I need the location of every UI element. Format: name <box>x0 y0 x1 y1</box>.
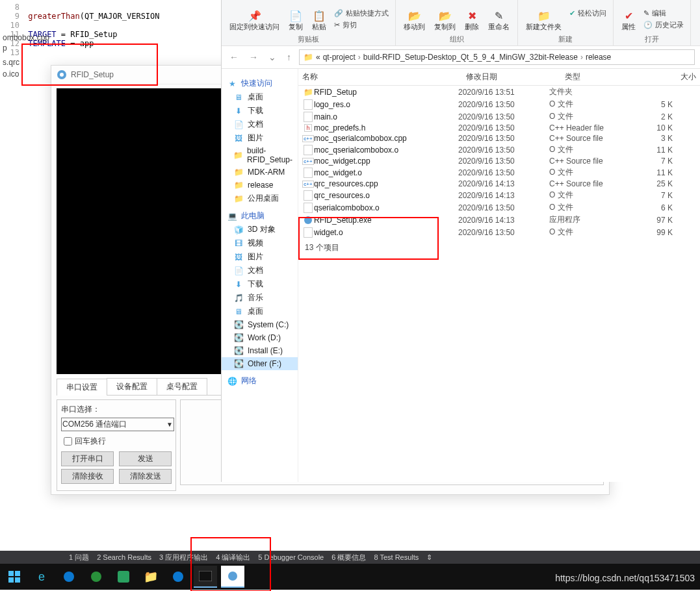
sidebar-file[interactable]: p <box>0 43 52 53</box>
paste-shortcut-button[interactable]: 🔗粘贴快捷方式 <box>331 8 391 19</box>
nav-forward-button[interactable]: → <box>246 52 261 62</box>
explorer-file-list[interactable]: 名称 修改日期 类型 大小 📁RFID_Setup2020/9/16 13:51… <box>298 69 700 482</box>
rename-button[interactable]: ✎重命名 <box>484 8 513 33</box>
port-select[interactable]: COM256 通信端口 ▼ <box>61 418 174 431</box>
nav-item[interactable]: 💽Work (D:) <box>222 331 298 344</box>
nav-item[interactable]: ⬇下载 <box>222 104 298 118</box>
output-tab[interactable]: 5 Debugger Console <box>258 553 324 561</box>
file-row[interactable]: c++moc_widget.cpp2020/9/16 13:50C++ Sour… <box>298 156 700 166</box>
properties-button[interactable]: ✔属性 <box>617 8 640 33</box>
edge-icon-2[interactable] <box>166 566 190 587</box>
breadcrumb[interactable]: 📁 « qt-project› build-RFID_Setup-Desktop… <box>299 49 695 65</box>
file-row[interactable]: qserialcombobox.o2020/9/16 13:50O 文件6 K <box>298 201 700 214</box>
file-row[interactable]: widget.o2020/9/16 13:50O 文件99 K <box>298 226 700 238</box>
output-tab[interactable]: 6 概要信息 <box>331 553 366 562</box>
sidebar-file[interactable]: s.qrc <box>0 57 52 68</box>
crlf-checkbox-input[interactable] <box>64 437 72 446</box>
svg-point-7 <box>64 572 74 582</box>
file-list-header[interactable]: 名称 修改日期 类型 大小 <box>298 69 700 86</box>
folder-icon: 📁 <box>304 53 313 62</box>
🖥-icon: 🖥 <box>233 307 244 317</box>
file-icon <box>302 203 314 213</box>
app-icon-1[interactable] <box>112 566 135 587</box>
cmd-taskbar-icon[interactable] <box>194 566 217 588</box>
output-toggle-icon[interactable]: ⇕ <box>426 553 432 562</box>
nav-item[interactable]: 💽System (C:) <box>222 318 298 331</box>
nav-item[interactable]: 📄文档 <box>222 118 298 131</box>
open-port-button[interactable]: 打开串口 <box>61 451 114 466</box>
start-button[interactable] <box>3 566 26 587</box>
explorer-taskbar-icon[interactable]: 📁 <box>139 566 162 587</box>
file-row[interactable]: logo_res.o2020/9/16 13:50O 文件5 K <box>298 98 700 110</box>
nav-item[interactable]: 🖼图片 <box>222 250 298 264</box>
nav-item[interactable]: 🎵音乐 <box>222 291 298 305</box>
nav-item[interactable]: 🖼图片 <box>222 131 298 145</box>
rename-icon: ✎ <box>493 9 506 22</box>
copy-to-button[interactable]: 📂复制到 <box>430 8 460 33</box>
output-tab[interactable]: 3 应用程序输出 <box>159 553 208 562</box>
output-tab[interactable]: 4 编译输出 <box>216 553 250 562</box>
nav-item[interactable]: ⬇下载 <box>222 277 298 291</box>
nav-back-button[interactable]: ← <box>227 52 241 62</box>
nav-section[interactable]: 💻此电脑 <box>222 209 298 223</box>
pin-button[interactable]: 📌固定到快速访问 <box>226 8 283 33</box>
edit-icon: ✎ <box>643 9 649 18</box>
sidebar-file[interactable]: ombobox.cpp <box>0 32 52 43</box>
nav-item[interactable]: 💽Other (F:) <box>222 357 298 370</box>
output-tab[interactable]: 1 问题 <box>69 553 89 562</box>
nav-recent-button[interactable]: ⌄ <box>266 52 279 62</box>
nav-item[interactable]: 🎞视频 <box>222 236 298 250</box>
history-button[interactable]: 🕑历史记录 <box>641 19 686 31</box>
explorer-nav-pane[interactable]: ★快速访问🖥桌面⬇下载📄文档🖼图片📁build-RFID_Setup-📁MDK-… <box>222 69 298 482</box>
delete-button[interactable]: ✖删除 <box>461 8 483 33</box>
edit-button[interactable]: ✎编辑 <box>641 8 686 19</box>
crlf-checkbox[interactable]: 回车换行 <box>61 435 172 447</box>
nav-item[interactable]: 📁公用桌面 <box>222 192 298 205</box>
copy-button[interactable]: 📄复制 <box>285 8 307 33</box>
nav-item[interactable]: 💽Install (E:) <box>222 344 298 357</box>
tab-device-config[interactable]: 设备配置 <box>107 378 157 395</box>
file-row[interactable]: RFID_Setup.exe2020/9/16 14:13应用程序97 K <box>298 214 700 226</box>
move-to-button[interactable]: 📂移动到 <box>400 8 429 33</box>
nav-item[interactable]: 📁release <box>222 179 298 192</box>
sidebar-file[interactable]: o.ico <box>0 69 52 79</box>
file-row[interactable]: c++qrc_resources.cpp2020/9/16 14:13C++ S… <box>298 179 700 189</box>
ie-icon[interactable]: е <box>30 566 53 587</box>
rfid-taskbar-icon[interactable] <box>221 566 244 588</box>
svg-point-8 <box>91 572 101 582</box>
nav-section[interactable]: ★快速访问 <box>222 77 298 90</box>
nav-item[interactable]: 📁MDK-ARM <box>222 166 298 179</box>
nav-item[interactable]: 🖥桌面 <box>222 90 298 104</box>
edge-dev-icon[interactable] <box>84 566 108 587</box>
nav-item[interactable]: 📄文档 <box>222 264 298 277</box>
file-row[interactable]: moc_widget.o2020/9/16 13:50O 文件11 K <box>298 166 700 179</box>
file-row[interactable]: c++moc_qserialcombobox.cpp2020/9/16 13:5… <box>298 133 700 144</box>
easy-access-button[interactable]: ✔轻松访问 <box>567 8 609 19</box>
output-tab[interactable]: 8 Test Results <box>374 553 419 561</box>
paste-icon: 📋 <box>313 9 326 22</box>
nav-up-button[interactable]: ↑ <box>284 52 294 62</box>
file-row[interactable]: qrc_resources.o2020/9/16 14:13O 文件7 K <box>298 189 700 201</box>
tab-table-config[interactable]: 桌号配置 <box>157 378 207 395</box>
file-row[interactable]: moc_qserialcombobox.o2020/9/16 13:50O 文件… <box>298 144 700 156</box>
send-button[interactable]: 发送 <box>119 451 172 466</box>
clear-tx-button[interactable]: 清除发送 <box>119 469 172 484</box>
file-row[interactable]: main.o2020/9/16 13:50O 文件2 K <box>298 110 700 123</box>
output-tab[interactable]: 2 Search Results <box>97 553 151 561</box>
nav-item[interactable]: 📁build-RFID_Setup- <box>222 145 298 166</box>
star-icon: ★ <box>227 79 237 89</box>
watermark: https://blog.csdn.net/qq153471503 <box>555 573 695 583</box>
cut-button[interactable]: ✂剪切 <box>331 19 391 31</box>
clear-rx-button[interactable]: 清除接收 <box>61 469 114 484</box>
nav-item[interactable]: 🖥桌面 <box>222 305 298 318</box>
cut-icon: ✂ <box>334 21 340 29</box>
file-row[interactable]: 📁RFID_Setup2020/9/16 13:51文件夹 <box>298 86 700 98</box>
file-row[interactable]: hmoc_predefs.h2020/9/16 13:50C++ Header … <box>298 123 700 133</box>
new-folder-button[interactable]: 📁新建文件夹 <box>522 8 565 33</box>
📁-icon: 📁 <box>233 194 244 204</box>
nav-section[interactable]: 🌐网络 <box>222 374 298 388</box>
paste-button[interactable]: 📋粘贴 <box>308 8 330 33</box>
nav-item[interactable]: 🧊3D 对象 <box>222 223 298 236</box>
tab-serial-settings[interactable]: 串口设置 <box>57 379 107 396</box>
edge-icon[interactable] <box>57 566 81 587</box>
